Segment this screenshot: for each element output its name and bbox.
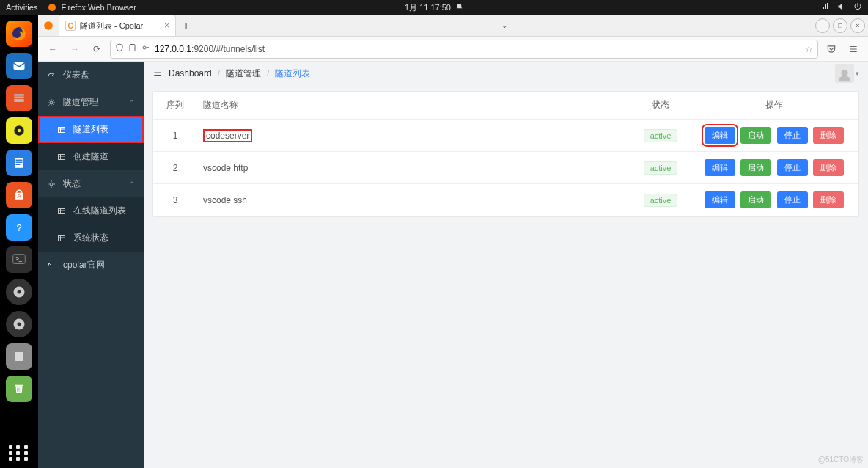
app-sidebar: 仪表盘 隧道管理 ⌃ 隧道列表 创建隧道 状态 ⌃ 在线隧	[38, 62, 144, 468]
page-info-icon[interactable]	[128, 43, 137, 54]
sidebar-label: 创建隧道	[73, 150, 108, 163]
network-icon[interactable]	[821, 2, 830, 12]
cell-status: active	[631, 120, 690, 152]
edit-button[interactable]: 编辑	[705, 191, 735, 208]
stop-button[interactable]: 停止	[777, 127, 808, 144]
dock-mail[interactable]	[6, 53, 32, 79]
stop-button[interactable]: 停止	[777, 159, 808, 176]
svg-point-32	[841, 70, 847, 76]
breadcrumb-dashboard[interactable]: Dashboard	[169, 68, 212, 78]
forward-button[interactable]: →	[66, 40, 84, 58]
dock-rhythmbox[interactable]	[6, 117, 32, 144]
main-area: Dashboard / 隧道管理 / 隧道列表 ▾ 序列 隧道名称 状态	[144, 62, 868, 468]
sidebar-item-tunnel-list[interactable]: 隧道列表	[38, 116, 144, 143]
url-bar: ← → ⟳ 127.0.0.1:9200/#/tunnels/list ☆	[38, 37, 868, 62]
start-button[interactable]: 启动	[740, 191, 771, 208]
show-applications[interactable]	[9, 445, 29, 461]
sidebar-item-status[interactable]: 状态 ⌃	[38, 170, 144, 197]
start-button[interactable]: 启动	[740, 159, 771, 176]
bookmark-star-icon[interactable]: ☆	[805, 44, 813, 54]
svg-point-18	[18, 290, 21, 294]
app-menu[interactable]: Firefox Web Browser	[48, 3, 136, 12]
cell-name: vscode http	[197, 152, 631, 184]
svg-rect-27	[59, 127, 65, 132]
edit-button[interactable]: 编辑	[705, 127, 735, 144]
start-button[interactable]: 启动	[740, 127, 771, 144]
avatar-caret-icon[interactable]: ▾	[856, 70, 859, 77]
sidebar-item-tunnel-create[interactable]: 创建隧道	[38, 143, 144, 170]
menu-toggle-icon[interactable]	[152, 67, 163, 80]
menu-icon[interactable]	[845, 40, 862, 58]
delete-button[interactable]: 删除	[813, 159, 844, 176]
cell-ops: 编辑 启动 停止 删除	[690, 184, 858, 216]
dock-terminal[interactable]: >_	[6, 246, 32, 273]
window-close-button[interactable]: ×	[850, 18, 865, 33]
table-row: 3 vscode ssh active 编辑 启动 停止 删除	[153, 184, 858, 216]
delete-button[interactable]: 删除	[813, 191, 844, 208]
chevron-up-icon: ⌃	[129, 99, 135, 106]
col-name: 隧道名称	[197, 92, 631, 120]
gear-icon	[47, 98, 56, 107]
svg-text:A: A	[17, 192, 21, 200]
dock-files[interactable]	[6, 85, 32, 111]
back-button[interactable]: ←	[44, 40, 62, 58]
avatar[interactable]	[835, 64, 854, 83]
clock[interactable]: 1月 11 17:50	[405, 2, 451, 13]
edit-button[interactable]: 编辑	[705, 159, 735, 176]
svg-point-7	[18, 129, 21, 133]
svg-point-23	[44, 21, 53, 30]
svg-rect-4	[14, 97, 23, 99]
power-icon[interactable]	[853, 2, 862, 12]
svg-rect-28	[59, 154, 65, 159]
sidebar-label: 隧道列表	[73, 123, 108, 136]
sidebar-item-tunnel-mgmt[interactable]: 隧道管理 ⌃	[38, 89, 144, 116]
window-maximize-button[interactable]: □	[833, 18, 847, 33]
new-tab-button[interactable]: +	[176, 20, 196, 32]
table-row: 2 vscode http active 编辑 启动 停止 删除	[153, 152, 858, 184]
col-idx: 序列	[153, 92, 197, 120]
sidebar-item-dashboard[interactable]: 仪表盘	[38, 62, 144, 89]
notifications-icon[interactable]	[455, 3, 463, 12]
breadcrumb-tunnel-mgmt[interactable]: 隧道管理	[226, 67, 261, 80]
stop-button[interactable]: 停止	[777, 191, 808, 208]
sidebar-item-sys-status[interactable]: 系统状态	[38, 224, 144, 252]
svg-point-20	[18, 323, 21, 326]
pocket-icon[interactable]	[823, 40, 840, 58]
tabs-dropdown-icon[interactable]: ⌄	[496, 21, 513, 29]
watermark: @51CTO博客	[818, 455, 864, 465]
window-minimize-button[interactable]: —	[815, 18, 830, 33]
dock-software[interactable]: A	[6, 182, 32, 208]
firefox-home-icon[interactable]	[38, 15, 59, 36]
dock-libreoffice[interactable]	[6, 150, 32, 176]
cell-idx: 1	[153, 120, 197, 152]
tab-title: 隧道列表 - Cpolar	[80, 21, 160, 32]
svg-point-29	[50, 183, 53, 186]
cell-ops: 编辑 启动 停止 删除	[690, 120, 858, 152]
page-content: 仪表盘 隧道管理 ⌃ 隧道列表 创建隧道 状态 ⌃ 在线隧	[38, 62, 868, 468]
permissions-icon[interactable]	[141, 43, 150, 54]
cell-ops: 编辑 启动 停止 删除	[690, 152, 858, 184]
sidebar-label: cpolar官网	[63, 259, 105, 271]
address-field[interactable]: 127.0.0.1:9200/#/tunnels/list ☆	[110, 40, 818, 59]
browser-tab[interactable]: C 隧道列表 - Cpolar ×	[59, 15, 176, 36]
svg-rect-24	[130, 45, 135, 51]
dock-disk1[interactable]	[6, 279, 32, 305]
col-ops: 操作	[690, 92, 858, 120]
dock-app1[interactable]	[6, 343, 32, 370]
cell-status: active	[631, 152, 690, 184]
firefox-window: C 隧道列表 - Cpolar × + ⌄ — □ × ← → ⟳ 127.0.…	[38, 15, 868, 468]
reload-button[interactable]: ⟳	[88, 40, 106, 58]
dock-trash[interactable]	[6, 376, 32, 402]
breadcrumb-current: 隧道列表	[275, 67, 310, 80]
url-text: 127.0.0.1:9200/#/tunnels/list	[155, 44, 801, 54]
volume-icon[interactable]	[837, 2, 846, 12]
tab-close-icon[interactable]: ×	[164, 21, 169, 31]
dock-firefox[interactable]	[6, 21, 32, 47]
activities-button[interactable]: Activities	[6, 3, 37, 12]
delete-button[interactable]: 删除	[813, 127, 844, 144]
dock-disk2[interactable]	[6, 311, 32, 337]
dock-help[interactable]: ?	[6, 214, 32, 241]
sidebar-item-official[interactable]: cpolar官网	[38, 252, 144, 279]
sidebar-item-online-list[interactable]: 在线隧道列表	[38, 197, 144, 224]
chevron-up-icon: ⌃	[129, 180, 135, 188]
